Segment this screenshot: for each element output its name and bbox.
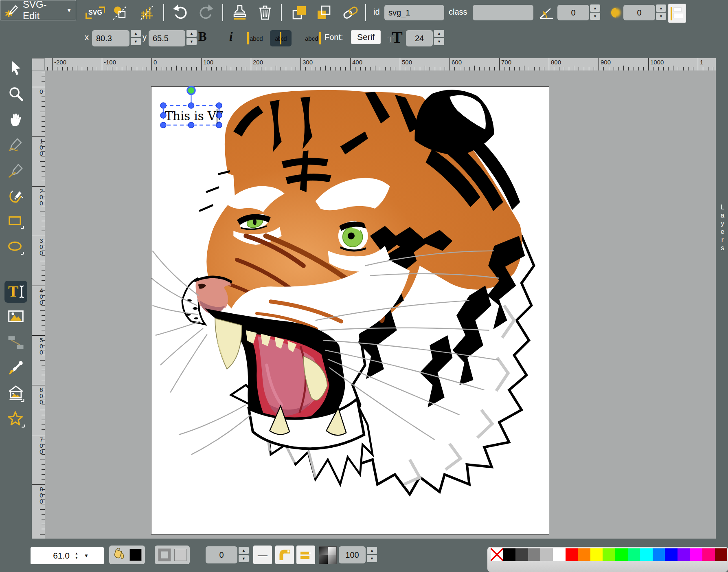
palette-swatch-00ff7f[interactable]	[628, 548, 640, 561]
opacity-up-button[interactable]: ▲	[367, 547, 377, 554]
tool-line[interactable]	[4, 162, 27, 180]
palette-swatch-ff00ff[interactable]	[690, 548, 703, 561]
palette-swatch-none[interactable]	[491, 548, 503, 561]
angle-down-button[interactable]: ▼	[590, 13, 600, 20]
canvas-text-element[interactable]: This is V7	[165, 110, 224, 122]
tool-rect[interactable]	[4, 213, 27, 231]
v-ruler-label: 700	[32, 435, 45, 480]
zoom-down-button[interactable]: ▼	[75, 557, 78, 560]
italic-button[interactable]: i	[229, 29, 233, 44]
angle-up-button[interactable]: ▲	[590, 4, 600, 12]
palette-swatch-ff0000[interactable]	[566, 548, 578, 561]
tool-connector[interactable]	[4, 333, 27, 351]
move-to-top-button[interactable]	[290, 3, 309, 22]
palette-swatch-007fff[interactable]	[653, 548, 665, 561]
anchor-sample-text: abcd	[249, 35, 264, 42]
tool-ellipse[interactable]	[4, 239, 27, 257]
palette-swatch-7fff00[interactable]	[603, 548, 615, 561]
vertical-ruler: 0100200300400500600700800	[32, 70, 45, 539]
stroke-width-down-button[interactable]: ▼	[239, 555, 249, 562]
linejoin-icon	[278, 548, 292, 562]
stroke-width-input[interactable]	[206, 546, 237, 563]
stroke-color-swatch[interactable]	[174, 549, 186, 561]
id-label: id	[373, 7, 380, 17]
tool-star[interactable]	[4, 410, 27, 428]
move-to-bottom-button[interactable]	[314, 3, 333, 22]
font-size-input[interactable]	[406, 30, 433, 46]
stroke-style-button[interactable]: —	[253, 546, 272, 564]
tool-shape-library[interactable]	[4, 385, 27, 403]
zoom-control[interactable]: 61.0 ▲ ▼ ▼	[31, 547, 104, 564]
palette-swatch-ffffff[interactable]	[553, 548, 566, 561]
main-menu-button[interactable]: SVG-Edit ▼	[0, 0, 76, 20]
text-anchor-middle-button[interactable]: abcd	[270, 30, 292, 46]
palette-swatch-00ffff[interactable]	[640, 548, 653, 561]
palette-swatch-ff007f[interactable]	[702, 548, 715, 561]
palette-swatch-7f7f7f[interactable]	[528, 548, 541, 561]
palette-swatch-ffff00[interactable]	[590, 548, 603, 561]
y-coordinate-input[interactable]	[149, 30, 185, 46]
source-editor-button[interactable]: SVG	[86, 3, 105, 22]
make-link-button[interactable]	[341, 3, 360, 22]
blur-down-button[interactable]: ▼	[656, 13, 666, 20]
stroke-icon	[158, 548, 171, 561]
zoom-up-button[interactable]: ▲	[75, 552, 78, 555]
y-up-button[interactable]: ▲	[186, 30, 197, 37]
tool-select[interactable]	[4, 59, 27, 77]
opacity-input[interactable]	[339, 546, 366, 563]
undo-button[interactable]	[171, 3, 190, 22]
palette-swatch-0000ff[interactable]	[665, 548, 678, 561]
x-down-button[interactable]: ▼	[131, 38, 141, 45]
rotation-angle-icon	[538, 5, 555, 21]
document-properties-button[interactable]	[111, 3, 129, 22]
color-palette	[487, 547, 728, 572]
tool-image[interactable]	[4, 308, 27, 326]
angle-input[interactable]	[557, 5, 589, 20]
palette-swatch-ff7f00[interactable]	[578, 548, 590, 561]
blur-input[interactable]	[623, 5, 655, 20]
tool-pencil[interactable]	[4, 136, 27, 154]
layers-panel-toggle[interactable]: Layers	[716, 51, 728, 539]
stroke-width-up-button[interactable]: ▲	[239, 547, 249, 554]
palette-swatch-7f0000[interactable]	[715, 548, 728, 561]
x-coordinate-input[interactable]	[92, 30, 129, 46]
y-down-button[interactable]: ▼	[186, 38, 197, 45]
opacity-down-button[interactable]: ▼	[367, 555, 377, 562]
zoom-dropdown-chevron[interactable]: ▼	[84, 553, 89, 559]
font-family-button[interactable]: Serif	[351, 30, 381, 44]
redo-button[interactable]	[196, 3, 215, 22]
element-id-input[interactable]	[384, 5, 444, 20]
blur-up-button[interactable]: ▲	[656, 4, 666, 12]
clone-button[interactable]	[230, 3, 249, 22]
palette-swatch-3f3f3f[interactable]	[515, 548, 528, 561]
fill-color-swatch[interactable]	[129, 549, 142, 561]
x-up-button[interactable]: ▲	[131, 30, 141, 37]
font-size-down-button[interactable]: ▼	[434, 38, 444, 45]
editor-preferences-button[interactable]	[138, 3, 156, 22]
element-class-input[interactable]	[473, 5, 533, 20]
bold-button[interactable]: B	[198, 29, 207, 44]
svg-canvas[interactable]: This is V7	[151, 87, 549, 534]
palette-swatch-7f00ff[interactable]	[678, 548, 690, 561]
tool-zoom[interactable]	[4, 85, 27, 103]
palette-swatch-000000[interactable]	[503, 548, 516, 561]
anchor-sample-text: abcd	[304, 35, 319, 42]
panel-toggle-button[interactable]	[668, 4, 686, 23]
text-anchor-start-button[interactable]: abcd	[246, 30, 265, 46]
palette-swatch-bfbfbf[interactable]	[540, 548, 553, 561]
linejoin-button[interactable]	[275, 546, 294, 564]
canvas-scroll-area[interactable]: This is V7	[45, 70, 716, 539]
delete-button[interactable]	[256, 3, 274, 22]
stroke-color-group[interactable]	[155, 546, 190, 564]
tool-text[interactable]: T	[4, 281, 27, 303]
fill-color-group[interactable]	[109, 546, 145, 564]
toolbar-separator	[281, 4, 282, 21]
tool-eyedropper[interactable]	[4, 359, 27, 377]
tool-path[interactable]	[4, 187, 27, 205]
tool-pan[interactable]	[4, 110, 27, 128]
font-size-up-button[interactable]: ▲	[434, 30, 444, 37]
text-anchor-end-button[interactable]: abcd	[303, 30, 322, 46]
linecap-button[interactable]	[296, 546, 315, 564]
font-size-icon: T T	[388, 28, 406, 46]
palette-swatch-00ff00[interactable]	[615, 548, 628, 561]
